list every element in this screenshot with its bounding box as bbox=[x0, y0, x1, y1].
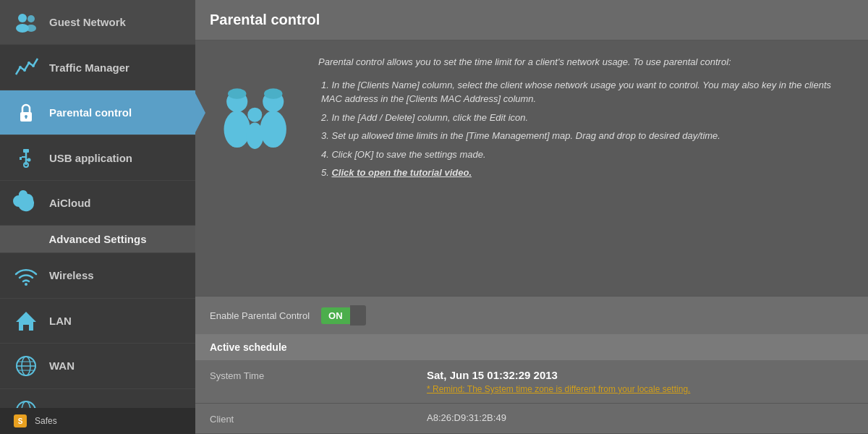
svg-point-36 bbox=[228, 89, 246, 100]
system-time-value: Sat, Jun 15 01:32:29 2013 bbox=[427, 369, 854, 381]
main-content: Parental control bbox=[195, 0, 868, 434]
toggle-handle[interactable] bbox=[350, 305, 366, 326]
client-row: Client A8:26:D9:31:2B:49 bbox=[195, 404, 868, 434]
enable-parental-toggle[interactable]: ON bbox=[321, 305, 366, 326]
instruction-4: Click [OK] to save the settings made. bbox=[318, 148, 854, 162]
toggle-row: Enable Parental Control ON bbox=[195, 296, 868, 334]
usb-icon bbox=[12, 143, 41, 172]
timezone-warning[interactable]: * Remind: The System time zone is differ… bbox=[427, 384, 854, 394]
svg-point-33 bbox=[260, 111, 286, 148]
safes-label: Safes bbox=[35, 416, 57, 426]
instruction-2: In the [Add / Delete] column, click the … bbox=[318, 111, 854, 125]
client-label: Client bbox=[210, 412, 427, 425]
tutorial-link[interactable]: Click to open the tutorial video. bbox=[331, 167, 472, 178]
svg-rect-14 bbox=[20, 157, 22, 160]
svg-point-0 bbox=[18, 14, 27, 22]
system-time-row: System Time Sat, Jun 15 01:32:29 2013 * … bbox=[195, 360, 868, 404]
svg-rect-10 bbox=[25, 116, 27, 119]
schedule-header: Active schedule bbox=[195, 334, 868, 360]
sidebar-item-guest-network[interactable]: Guest Network bbox=[0, 0, 195, 45]
svg-point-34 bbox=[247, 108, 262, 122]
sidebar-item-traffic-manager[interactable]: Traffic Manager bbox=[0, 45, 195, 90]
sidebar-item-usb-application[interactable]: USB application bbox=[0, 135, 195, 180]
svg-point-37 bbox=[264, 89, 282, 100]
family-icon-container bbox=[210, 55, 304, 184]
svg-marker-19 bbox=[16, 312, 36, 331]
toggle-on-label: ON bbox=[321, 307, 350, 324]
lock-icon bbox=[12, 98, 41, 127]
advanced-settings-header: Advanced Settings bbox=[0, 226, 195, 253]
svg-point-4 bbox=[19, 66, 22, 69]
page-title-bar: Parental control bbox=[195, 0, 868, 41]
toggle-label: Enable Parental Control bbox=[210, 310, 310, 321]
svg-point-35 bbox=[246, 123, 263, 149]
cloud-icon bbox=[12, 188, 41, 217]
svg-point-6 bbox=[27, 61, 30, 64]
sidebar-item-usb-application-label: USB application bbox=[49, 152, 132, 164]
sidebar-item-traffic-manager-label: Traffic Manager bbox=[49, 61, 129, 74]
sidebar-item-lan-label: LAN bbox=[49, 315, 72, 327]
globe-icon bbox=[12, 352, 41, 380]
sidebar: Guest Network Traffic Manager Parental c… bbox=[0, 0, 195, 434]
description-intro: Parental control allows you to set the t… bbox=[318, 55, 854, 69]
family-illustration bbox=[213, 83, 300, 156]
instruction-5: Click to open the tutorial video. bbox=[318, 166, 854, 180]
sidebar-item-lan[interactable]: LAN bbox=[0, 299, 195, 344]
svg-text:S: S bbox=[18, 417, 23, 425]
chart-icon bbox=[12, 53, 41, 82]
instruction-3: Set up allowed time limits in the [Time … bbox=[318, 129, 854, 143]
sidebar-item-aicloud-label: AiCloud bbox=[49, 197, 91, 209]
svg-point-16 bbox=[27, 158, 31, 162]
client-value: A8:26:D9:31:2B:49 bbox=[427, 412, 854, 423]
svg-rect-11 bbox=[23, 149, 29, 153]
sidebar-item-wan-label: WAN bbox=[49, 359, 75, 372]
sidebar-item-guest-network-label: Guest Network bbox=[49, 16, 126, 28]
system-time-label: System Time bbox=[210, 369, 427, 381]
instruction-1: In the [Clients Name] column, select the… bbox=[318, 78, 854, 106]
safes-bar: S Safes bbox=[0, 408, 195, 434]
svg-point-31 bbox=[224, 111, 250, 148]
page-title: Parental control bbox=[210, 12, 320, 27]
schedule-section: Active schedule System Time Sat, Jun 15 … bbox=[195, 334, 868, 434]
sidebar-item-wan[interactable]: WAN bbox=[0, 344, 195, 388]
sidebar-item-wireless[interactable]: Wireless bbox=[0, 253, 195, 298]
sidebar-item-aicloud[interactable]: AiCloud bbox=[0, 181, 195, 226]
description-list: In the [Clients Name] column, select the… bbox=[318, 78, 854, 180]
description-text: Parental control allows you to set the t… bbox=[318, 55, 854, 184]
sidebar-item-wireless-label: Wireless bbox=[49, 269, 94, 281]
system-time-value-container: Sat, Jun 15 01:32:29 2013 * Remind: The … bbox=[427, 369, 854, 394]
wifi-icon bbox=[12, 261, 41, 290]
people-icon bbox=[12, 8, 41, 37]
content-area: Parental control allows you to set the t… bbox=[195, 41, 868, 296]
description-section: Parental control allows you to set the t… bbox=[210, 55, 854, 184]
svg-point-3 bbox=[26, 25, 36, 32]
svg-point-2 bbox=[27, 15, 35, 22]
sidebar-item-parental-control[interactable]: Parental control bbox=[0, 90, 195, 135]
sidebar-item-parental-control-label: Parental control bbox=[49, 106, 132, 119]
svg-point-18 bbox=[25, 283, 27, 286]
svg-point-7 bbox=[32, 64, 35, 67]
svg-point-5 bbox=[23, 69, 26, 72]
safes-icon: S bbox=[12, 412, 29, 430]
home-icon bbox=[12, 306, 41, 335]
